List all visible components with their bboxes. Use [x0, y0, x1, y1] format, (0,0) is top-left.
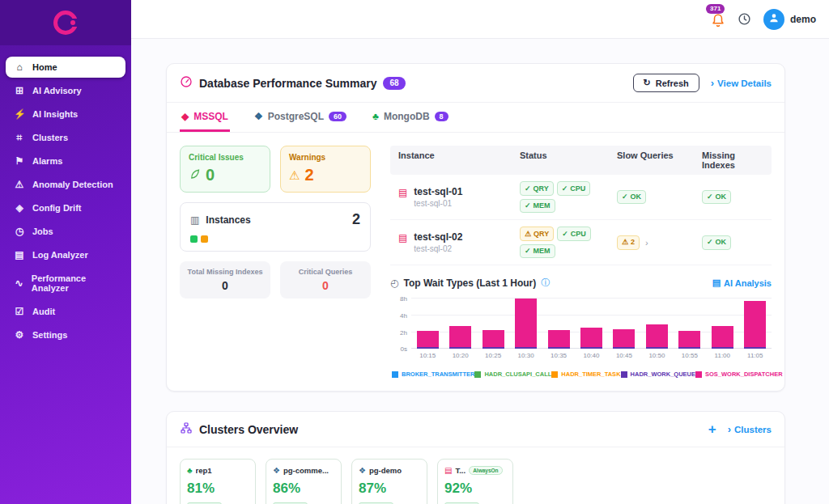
x-tick-label: 10:35 — [548, 352, 570, 359]
legend-item-broker-transmitter[interactable]: BROKER_TRANSMITTER — [392, 371, 474, 378]
status-chip-ok: ✓OK — [702, 235, 731, 250]
tab-label: MSSQL — [193, 111, 228, 122]
critical-queries-box[interactable]: Critical Queries 0 — [280, 261, 371, 299]
add-cluster-button[interactable]: + — [708, 422, 716, 436]
app-logo[interactable] — [0, 0, 131, 45]
ai-advisory-icon: ⊞ — [14, 86, 25, 95]
mongodb-icon: ♣ — [187, 466, 193, 475]
chart-y-axis: 0s2h4h8h — [390, 299, 411, 349]
user-avatar[interactable] — [763, 9, 784, 30]
summary-count-badge: 68 — [383, 77, 405, 90]
bar-10-30[interactable] — [515, 299, 537, 349]
sidebar-item-performance-analyzer[interactable]: ∿Performance Analyzer — [6, 268, 125, 299]
instances-panel: InstanceStatusSlow QueriesMissing Indexe… — [390, 146, 772, 378]
bar-10-55[interactable] — [678, 299, 700, 349]
instance-name-wrap: test-sql-02test-sql-02 — [414, 231, 462, 253]
bar-10-25[interactable] — [483, 299, 504, 349]
column-header-status: Status — [520, 150, 617, 170]
notifications-button[interactable]: 371 — [711, 13, 725, 31]
refresh-icon: ↻ — [644, 78, 651, 88]
sidebar-item-log-analyzer[interactable]: ▤Log Analyzer — [6, 244, 125, 265]
sidebar-item-clusters[interactable]: ⌗Clusters — [6, 127, 125, 148]
bar-10-20[interactable] — [449, 299, 471, 349]
clusters-row: ♣rep181%HEALTHY3/3❖pg-comme...86%HEALTHY… — [167, 447, 784, 504]
sidebar-item-ai-advisory[interactable]: ⊞AI Advisory — [6, 80, 125, 101]
legend-item-hadr-clusapi-call[interactable]: HADR_CLUSAPI_CALL — [474, 371, 551, 378]
x-tick-label: 10:55 — [678, 352, 700, 359]
instance-name: test-sql-01 — [414, 186, 462, 197]
info-icon[interactable]: ⓘ — [541, 277, 550, 289]
bar-10-50[interactable] — [646, 299, 668, 349]
database-icon: ▥ — [190, 214, 199, 226]
history-clock-icon[interactable] — [738, 12, 751, 26]
tab-mongodb[interactable]: ♣MongoDB8 — [371, 103, 450, 132]
chevron-right-icon: › — [711, 78, 714, 88]
wait-types-chart: 0s2h4h8h — [390, 299, 772, 349]
check-icon: ✓ — [525, 201, 531, 211]
sidebar-item-alarms[interactable]: ⚑Alarms — [6, 150, 125, 172]
warning-triangle-icon: ⚠ — [289, 168, 300, 183]
stats-column: Critical Issues 0 Warnings — [180, 146, 371, 378]
bar-segment-hadr-work-queue — [483, 347, 504, 349]
view-details-link[interactable]: › View Details — [711, 78, 772, 88]
cluster-health-percent: 87% — [359, 481, 420, 497]
sidebar-item-label: AI Insights — [32, 109, 78, 119]
sidebar-item-home[interactable]: ⌂Home — [6, 57, 125, 78]
tab-postgresql[interactable]: ❖PostgreSQL60 — [253, 103, 348, 132]
bar-11-00[interactable] — [712, 299, 733, 349]
instance-subtitle: test-sql-01 — [414, 199, 462, 208]
warnings-box[interactable]: Warnings ⚠ 2 — [280, 146, 371, 193]
chart-plot — [411, 299, 772, 349]
bar-10-15[interactable] — [417, 299, 439, 349]
cluster-card-pg-demo[interactable]: ❖pg-demo87%HEALTHY3/3 — [351, 459, 427, 504]
check-icon: ✓ — [525, 184, 531, 194]
legend-swatch — [392, 371, 398, 378]
sidebar-item-audit[interactable]: ☑Audit — [6, 301, 125, 322]
instance-row-test-sql-02[interactable]: ▤test-sql-02test-sql-02⚠QRY✓CPU✓MEM⚠2›✓O… — [390, 220, 772, 265]
cluster-card-t[interactable]: ▤T...AlwaysOn92%HEALTHY2/2 — [437, 459, 513, 504]
instances-label: Instances — [206, 214, 250, 226]
sidebar-item-anomaly-detection[interactable]: ⚠Anomaly Detection — [6, 174, 125, 195]
sidebar-item-config-drift[interactable]: ◈Config Drift — [6, 197, 125, 218]
sidebar-item-label: Alarms — [32, 156, 62, 166]
bar-segment-sos-work-dispatcher — [712, 326, 733, 346]
leaf-icon — [189, 167, 201, 183]
cluster-card-pg-comme[interactable]: ❖pg-comme...86%HEALTHY3/3 — [266, 459, 342, 504]
total-missing-indexes-box[interactable]: Total Missing Indexes 0 — [180, 261, 270, 299]
chevron-right-icon[interactable]: › — [645, 238, 648, 248]
cluster-health-percent: 92% — [444, 481, 506, 497]
critical-issues-box[interactable]: Critical Issues 0 — [180, 146, 270, 193]
tab-mssql[interactable]: ◆MSSQL — [180, 103, 230, 132]
clusters-link[interactable]: › Clusters — [728, 424, 772, 434]
refresh-button[interactable]: ↻ Refresh — [633, 74, 699, 92]
sidebar-item-jobs[interactable]: ◷Jobs — [6, 221, 125, 242]
bar-10-40[interactable] — [580, 299, 602, 349]
bar-11-05[interactable] — [744, 299, 766, 349]
legend-item-hadr-timer-task[interactable]: HADR_TIMER_TASK — [551, 371, 620, 378]
legend-label: SOS_WORK_DISPATCHER — [705, 371, 783, 378]
warnings-value: 2 — [304, 166, 313, 184]
sidebar-item-settings[interactable]: ⚙Settings — [6, 324, 125, 345]
warning-icon: ⚠ — [622, 237, 628, 248]
instances-table-body: ▤test-sql-01test-sql-01✓QRY✓CPU✓MEM✓OK✓O… — [390, 175, 772, 265]
bar-10-45[interactable] — [613, 299, 635, 349]
instance-row-test-sql-01[interactable]: ▤test-sql-01test-sql-01✓QRY✓CPU✓MEM✓OK✓O… — [390, 175, 772, 220]
instance-cell: ▤test-sql-01test-sql-01 — [398, 186, 520, 208]
cluster-card-rep1[interactable]: ♣rep181%HEALTHY3/3 — [180, 459, 256, 504]
status-chip-ok: ✓OK — [617, 190, 646, 205]
legend-item-sos-work-dispatcher[interactable]: SOS_WORK_DISPATCHER — [695, 371, 783, 378]
legend-item-hadr-work-queue[interactable]: HADR_WORK_QUEUE — [621, 371, 695, 378]
sidebar-item-label: Settings — [32, 330, 67, 340]
sidebar-item-ai-insights[interactable]: ⚡AI Insights — [6, 104, 125, 125]
chip-label: MEM — [534, 201, 551, 211]
bar-10-35[interactable] — [548, 299, 570, 349]
instances-box[interactable]: ▥ Instances 2 — [180, 202, 371, 252]
gauge-icon — [180, 75, 193, 91]
bar-segment-hadr-work-queue — [744, 347, 766, 349]
instance-cell: ▤test-sql-02test-sql-02 — [398, 231, 520, 253]
ai-analysis-link[interactable]: ▤ AI Analysis — [712, 277, 772, 288]
cluster-name: pg-comme... — [283, 466, 329, 475]
cluster-name: pg-demo — [369, 466, 402, 475]
bar-segment-sos-work-dispatcher — [548, 330, 570, 347]
chart-legend: BROKER_TRANSMITTERHADR_CLUSAPI_CALLHADR_… — [390, 371, 772, 378]
